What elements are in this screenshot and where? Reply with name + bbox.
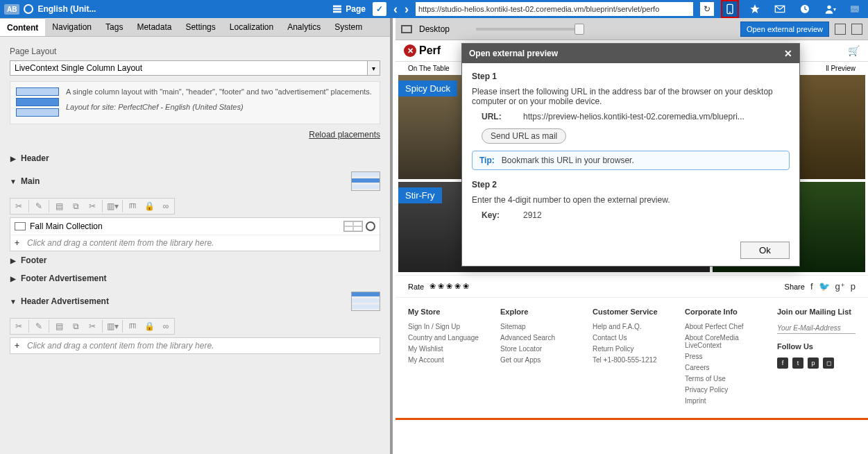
lock-icon[interactable]: 🔒: [142, 320, 156, 333]
gplus-icon[interactable]: g⁺: [835, 281, 845, 292]
tip-box: Tip: Bookmark this URL in your browser.: [472, 151, 790, 170]
grid-icon[interactable]: [851, 24, 862, 35]
layout-desc-text: A single column layout with "main", "hea…: [66, 87, 372, 96]
paste-icon[interactable]: ▥▾: [105, 320, 119, 333]
pin-icon[interactable]: p: [808, 358, 819, 369]
facebook-icon[interactable]: f: [810, 281, 813, 292]
round-icon[interactable]: [366, 221, 375, 231]
layout-select-dropdown-icon[interactable]: ▾: [368, 60, 380, 76]
url-value: https://preview-helios.kontiki-test-02.c…: [523, 112, 744, 121]
save-icon[interactable]: ▤: [52, 320, 66, 333]
layout-select-input[interactable]: [10, 60, 368, 76]
pinterest-icon[interactable]: p: [851, 281, 856, 292]
cart-icon[interactable]: 🛒: [848, 45, 860, 56]
main-placement: Fall Main Collection + Click and drag a …: [10, 217, 380, 251]
svg-rect-1: [333, 8, 341, 10]
headerad-drop-zone[interactable]: + Click and drag a content item from the…: [10, 338, 380, 353]
svg-point-6: [827, 6, 831, 9]
approve-icon[interactable]: ✓: [373, 2, 386, 16]
tab-analytics[interactable]: Analytics: [280, 18, 327, 36]
rating-stars[interactable]: ❀ ❀ ❀ ❀ ❀: [429, 282, 469, 291]
copy-icon[interactable]: ⧉: [69, 200, 83, 212]
external-preview-button[interactable]: [721, 0, 739, 18]
site-logo[interactable]: ✕Perf: [404, 44, 441, 57]
cut-icon[interactable]: [12, 200, 26, 212]
accordion-header[interactable]: ▶Header: [10, 149, 380, 167]
globe-icon[interactable]: [24, 4, 33, 14]
image-icon[interactable]: [846, 0, 864, 18]
cut2-icon[interactable]: [85, 200, 99, 212]
tab-settings[interactable]: Settings: [178, 18, 222, 36]
accordion-footer-ad[interactable]: ▶Footer Advertisement: [10, 269, 380, 287]
page-layout-title: Page Layout: [10, 47, 380, 56]
footer-col-explore: Explore Sitemap Advanced Search Store Lo…: [500, 308, 579, 408]
user-icon[interactable]: ▾: [821, 0, 839, 18]
headerad-thumb-icon: [351, 292, 380, 311]
share-label: Share: [785, 283, 805, 291]
step2-label: Step 2: [472, 180, 790, 190]
grid-view-icon[interactable]: [343, 221, 363, 232]
main-toolbar: ✎ ▤ ⧉ ▥▾ ⺵ 🔒: [10, 198, 175, 215]
crop-icon[interactable]: [835, 24, 846, 35]
layout-description: A single column layout with "main", "hea…: [10, 81, 380, 124]
cut-icon[interactable]: [12, 320, 26, 333]
link-icon[interactable]: [159, 200, 173, 212]
copy-icon[interactable]: ⧉: [69, 320, 83, 333]
zoom-slider[interactable]: [476, 28, 580, 31]
footer-col-corp: Corporate Info About Perfect Chef About …: [685, 308, 763, 408]
paste-icon[interactable]: ▥▾: [105, 200, 119, 212]
main-drop-zone[interactable]: + Click and drag a content item from the…: [10, 235, 380, 251]
preview-toolbar: Desktop Open external preview: [395, 18, 868, 40]
svg-rect-0: [333, 6, 341, 8]
collection-icon: [15, 222, 26, 230]
accordion-main[interactable]: ▼Main: [10, 167, 380, 195]
key-value: 2912: [523, 210, 542, 220]
mail-input[interactable]: [777, 323, 856, 334]
locale-label[interactable]: English (Unit...: [37, 4, 96, 14]
site-nav-item[interactable]: On The Table: [408, 65, 450, 72]
collection-label[interactable]: Fall Main Collection: [30, 221, 341, 231]
preview-url-input[interactable]: [416, 2, 693, 16]
url-refresh-icon[interactable]: ↻: [700, 2, 714, 16]
lock-icon[interactable]: 🔒: [142, 200, 156, 212]
tab-navigation[interactable]: Navigation: [45, 18, 99, 36]
reload-placements-link[interactable]: Reload placements: [10, 130, 380, 140]
link-icon[interactable]: [159, 320, 173, 333]
ig-icon[interactable]: ◻: [823, 358, 834, 369]
tw-icon[interactable]: t: [792, 358, 803, 369]
send-mail-button[interactable]: Send URL as mail: [482, 128, 566, 144]
close-icon[interactable]: ✕: [784, 48, 792, 59]
save-icon[interactable]: ▤: [52, 200, 66, 212]
favorite-icon[interactable]: [746, 0, 764, 18]
step1-text: Please insert the following URL in the a…: [472, 87, 790, 106]
external-preview-modal: Open external preview ✕ Step 1 Please in…: [461, 43, 800, 267]
clock-icon[interactable]: [796, 0, 814, 18]
key-label: Key:: [482, 210, 523, 220]
tab-content[interactable]: Content: [0, 18, 45, 36]
twitter-icon[interactable]: 🐦: [819, 281, 830, 292]
edit-icon[interactable]: ✎: [32, 320, 46, 333]
mail-icon[interactable]: [771, 0, 789, 18]
tab-tags[interactable]: Tags: [99, 18, 130, 36]
fb-icon[interactable]: f: [777, 358, 788, 369]
tab-localization[interactable]: Localization: [223, 18, 280, 36]
site-nav-item[interactable]: ll Preview: [826, 65, 856, 72]
accordion-footer[interactable]: ▶Footer: [10, 251, 380, 269]
tree-icon[interactable]: ⺵: [126, 200, 139, 212]
edit-icon[interactable]: ✎: [32, 200, 46, 212]
footer-divider: [395, 418, 868, 420]
ab-icon[interactable]: AB: [4, 4, 19, 15]
tab-metadata[interactable]: Metadata: [130, 18, 178, 36]
ok-button[interactable]: Ok: [740, 242, 790, 259]
tab-system[interactable]: System: [327, 18, 369, 36]
nav-back-icon[interactable]: ‹: [393, 2, 398, 17]
nav-forward-icon[interactable]: ›: [405, 2, 409, 17]
cut2-icon[interactable]: [85, 320, 99, 333]
tree-icon[interactable]: ⺵: [126, 320, 139, 333]
step2-text: Enter the 4-digit number to open the ext…: [472, 195, 790, 205]
accordion-header-ad[interactable]: ▼Header Advertisement: [10, 287, 380, 315]
page-indicator[interactable]: Page: [332, 3, 366, 15]
plus-icon: +: [15, 238, 27, 248]
device-label[interactable]: Desktop: [419, 24, 450, 34]
monitor-icon[interactable]: [401, 25, 412, 33]
